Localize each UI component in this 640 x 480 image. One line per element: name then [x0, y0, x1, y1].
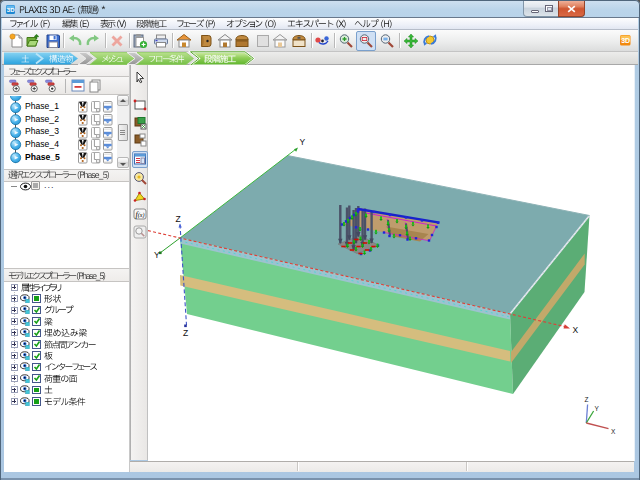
svg-text:Z: Z [183, 328, 188, 338]
svg-text:Z: Z [176, 214, 181, 224]
svg-text:X: X [573, 325, 579, 335]
svg-text:X: X [611, 428, 616, 435]
svg-text:Y: Y [154, 250, 160, 260]
svg-text:f(x): f(x) [135, 210, 144, 219]
svg-text:Y: Y [300, 137, 306, 147]
svg-text:3D: 3D [621, 37, 630, 44]
svg-text:Z: Z [585, 396, 589, 403]
svg-text:Y: Y [595, 405, 600, 412]
